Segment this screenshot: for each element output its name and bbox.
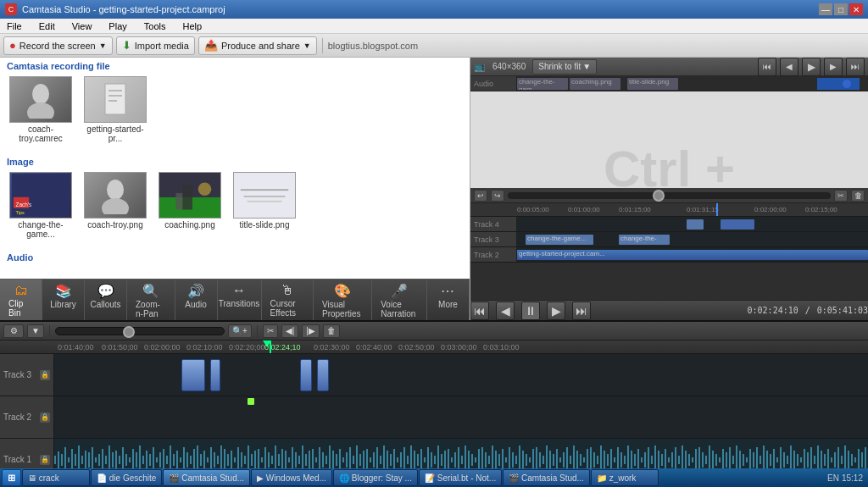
mini-t3-clip1: change-the-game... [526,235,593,245]
tab-cursor-effects[interactable]: 🖱 Cursor Effects [262,279,314,320]
mini-clip-1: change-the-gam... [517,78,568,90]
timeline-settings-dropdown[interactable]: ▼ [27,324,44,338]
clip-item-title-slide-png[interactable]: title-slide.png [231,172,298,239]
menu-view[interactable]: View [69,20,96,32]
svg-point-1 [27,102,54,119]
right-panel: 📺 640×360 Shrink to fit ▼ ⏮ ◀ ▶ ▶ ⏭ Audi… [470,58,868,320]
preview-play-pause[interactable]: ▶ [802,58,821,76]
svg-rect-142 [454,452,456,468]
svg-rect-232 [760,456,761,464]
clip-item-coach-rec[interactable]: coach-troy.camrec [7,76,75,143]
record-screen-button[interactable]: ● Record the screen ▼ [3,36,113,55]
svg-rect-115 [363,451,364,469]
svg-rect-155 [498,454,500,466]
play-nav-end[interactable]: ⏭ [572,302,591,320]
taskbar-item-crack[interactable]: 🖥 crack [22,469,90,486]
svg-rect-139 [444,451,446,469]
svg-rect-202 [658,451,659,469]
tab-voice-narration[interactable]: 🎤 Voice Narration [372,279,427,320]
track-1-lock[interactable]: 🔒 [40,455,50,465]
taskbar-item-serial[interactable]: 📝 Serial.bt - Not... [419,469,502,486]
menu-edit[interactable]: Edit [36,20,58,32]
svg-rect-197 [641,457,643,462]
preview-nav-start[interactable]: ⏮ [758,58,776,76]
track-3-clip-1[interactable] [181,359,205,391]
taskbar-item-zwork[interactable]: 📁 z_work [591,469,659,486]
menu-file[interactable]: File [3,20,25,32]
svg-rect-77 [234,457,236,462]
zoom-label: Shrink to fit [538,62,581,71]
track-2-label: Track 2 [3,412,31,422]
track-3-clip-3[interactable] [300,359,312,391]
tab-callouts[interactable]: 💬 Callouts [85,279,127,320]
svg-rect-118 [373,452,375,468]
zoom-in-btn[interactable]: 🔍+ [228,324,252,338]
clip-bin-scroll[interactable]: Camtasia recording file coach-troy.camre… [0,58,470,279]
preview-nav-end[interactable]: ⏭ [846,58,865,76]
tab-more[interactable]: ⋯ More [427,279,470,320]
tab-visual-properties[interactable]: 🎨 Visual Properties [314,279,372,320]
start-button[interactable]: ⊞ [2,469,21,486]
svg-rect-262 [861,452,863,468]
split-btn[interactable]: ✂ [263,324,278,338]
mini-redo-btn[interactable]: ↪ [491,190,504,202]
produce-dropdown-icon[interactable]: ▼ [303,42,311,50]
import-media-button[interactable]: ⬇ Import media [116,36,195,55]
tab-zoom-n-pan[interactable]: 🔍 Zoom-n-Pan [127,279,175,320]
track-3-clip-2[interactable] [210,359,220,391]
taskbar-item-windows-media[interactable]: ▶ Windows Med... [251,469,332,486]
menu-bar: File Edit View Play Tools Help [0,19,868,34]
clip-item-change-game[interactable]: Zach'sTips change-the-game... [7,172,75,239]
play-pause-btn[interactable]: ⏸ [521,302,540,320]
scrubber-thumb[interactable] [123,326,135,338]
clip-item-coaching-png[interactable]: coaching.png [156,172,224,239]
play-nav-start[interactable]: ⏮ [470,302,489,320]
timeline-scrubber[interactable] [55,327,225,335]
taskbar-item-geschite[interactable]: 📄 die Geschite [91,469,162,486]
close-button[interactable]: ✕ [849,3,863,15]
minimize-button[interactable]: — [819,3,832,15]
track-2-lock[interactable]: 🔒 [40,412,50,423]
taskbar-item-camtasia1[interactable]: 🎬 Camtasia Stud... [163,469,250,486]
zoom-dropdown[interactable]: Shrink to fit ▼ [532,59,597,75]
menu-help[interactable]: Help [179,20,205,32]
menu-play[interactable]: Play [105,20,130,32]
menu-tools[interactable]: Tools [141,20,170,32]
ruler-2: 0:01:15;00 [619,206,651,213]
preview-next-frame[interactable]: ▶ [824,58,843,76]
mini-split-btn[interactable]: ✂ [834,190,848,202]
mini-scrubber-thumb[interactable] [653,190,665,202]
taskbar-item-camtasia2[interactable]: 🎬 Camtasia Stud... [503,469,590,486]
svg-rect-208 [678,456,680,464]
tab-clip-bin[interactable]: 🗂 Clip Bin [0,279,42,320]
mini-undo-btn[interactable]: ↩ [474,190,487,202]
frame-fwd-btn[interactable]: |▶ [302,324,320,338]
mini-scrubber[interactable] [508,192,831,199]
track-3-lock[interactable]: 🔒 [40,370,50,380]
svg-rect-103 [322,452,324,468]
clip-item-coach-troy-png[interactable]: coach-troy.png [81,172,149,239]
more-icon: ⋯ [441,283,454,299]
ruler-mark-8: 0:03:00;00 [441,343,477,351]
play-prev[interactable]: ◀ [496,302,515,320]
tab-transitions[interactable]: ↔ Transitions [218,279,262,320]
timeline-settings-btn[interactable]: ⚙ [3,324,24,338]
frame-back-btn[interactable]: ◀| [281,324,299,338]
svg-rect-168 [542,456,544,464]
tab-library[interactable]: 📚 Library [42,279,85,320]
produce-share-button[interactable]: 📤 Produce and share ▼ [198,36,317,55]
play-next[interactable]: ▶ [547,302,565,320]
record-dropdown-icon[interactable]: ▼ [99,42,107,50]
mini-ruler-content: change-the-gam... coaching.png title-sli… [517,76,868,91]
tab-audio[interactable]: 🔊 Audio [175,279,218,320]
svg-rect-178 [576,451,578,469]
track-3-clip-4[interactable] [317,359,329,391]
svg-point-0 [32,84,49,104]
playhead-marker [270,340,271,354]
delete-btn[interactable]: 🗑 [323,324,340,338]
taskbar-item-blogger[interactable]: 🌐 Blogger: Stay ... [333,469,418,486]
preview-prev-frame[interactable]: ◀ [780,58,798,76]
maximize-button[interactable]: □ [834,3,848,15]
clip-item-getting-started[interactable]: getting-started-pr... [81,76,149,143]
mini-del-btn[interactable]: 🗑 [851,190,865,202]
